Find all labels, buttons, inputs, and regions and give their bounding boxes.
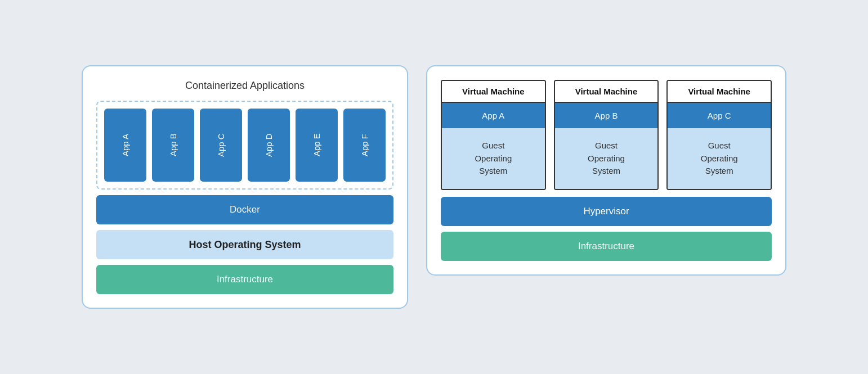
left-panel-title: Containerized Applications — [96, 80, 393, 92]
vm-app-1: App A — [442, 103, 545, 128]
vm-title-2: Virtual Machine — [555, 81, 658, 103]
vm-card-3: Virtual Machine App C Guest Operating Sy… — [666, 80, 772, 190]
vm-guest-os-3: Guest Operating System — [668, 128, 771, 189]
diagrams-container: Containerized Applications App A App B A… — [64, 47, 804, 327]
vm-card-2: Virtual Machine App B Guest Operating Sy… — [554, 80, 659, 190]
vm-card-1: Virtual Machine App A Guest Operating Sy… — [441, 80, 546, 190]
vm-title-3: Virtual Machine — [668, 81, 771, 103]
app-box-a: App A — [104, 109, 146, 182]
vm-guest-os-2: Guest Operating System — [555, 128, 658, 189]
app-box-c: App C — [200, 109, 242, 182]
right-panel: Virtual Machine App A Guest Operating Sy… — [426, 65, 786, 276]
app-box-d: App D — [248, 109, 290, 182]
vm-row: Virtual Machine App A Guest Operating Sy… — [441, 80, 772, 190]
vm-guest-os-1: Guest Operating System — [442, 128, 545, 189]
hypervisor-layer: Hypervisor — [441, 197, 772, 226]
vm-app-3: App C — [668, 103, 771, 128]
right-layers: Hypervisor Infrastructure — [441, 197, 772, 261]
apps-container-wrapper: App A App B App C App D App E App F — [96, 101, 393, 190]
infrastructure-layer-right: Infrastructure — [441, 232, 772, 261]
vm-title-1: Virtual Machine — [442, 81, 545, 103]
app-box-e: App E — [296, 109, 338, 182]
docker-layer: Docker — [96, 195, 393, 224]
app-box-b: App B — [152, 109, 194, 182]
apps-row: App A App B App C App D App E App F — [104, 109, 386, 182]
host-os-layer: Host Operating System — [96, 230, 393, 259]
vm-app-2: App B — [555, 103, 658, 128]
app-box-f: App F — [343, 109, 386, 182]
infrastructure-layer-left: Infrastructure — [96, 265, 393, 294]
left-panel: Containerized Applications App A App B A… — [82, 65, 408, 309]
